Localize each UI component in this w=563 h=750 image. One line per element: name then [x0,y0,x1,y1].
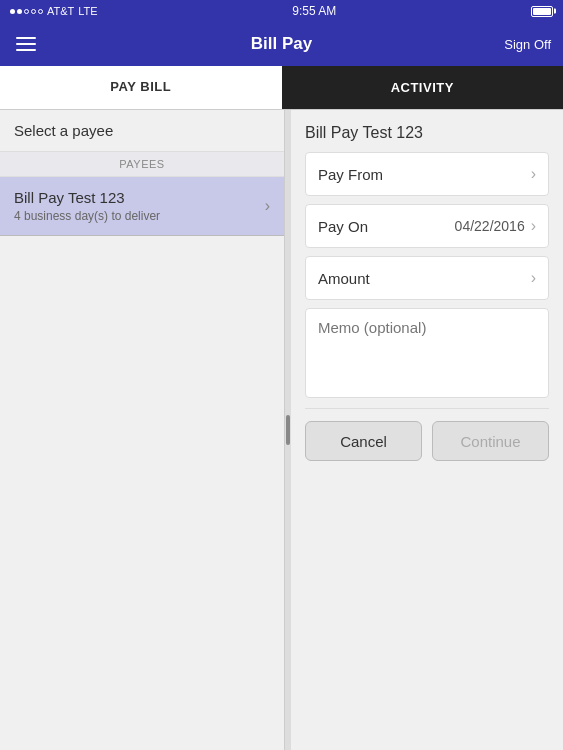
pay-on-chevron-icon: › [531,217,536,235]
battery-fill [533,8,551,15]
amount-chevron-icon: › [531,269,536,287]
nav-title: Bill Pay [251,34,312,54]
payee-chevron-icon: › [265,197,270,215]
amount-label: Amount [318,270,370,287]
pay-from-chevron-icon: › [531,165,536,183]
pay-from-row[interactable]: Pay From › [305,152,549,196]
signal-dot-5 [38,9,43,14]
network-type-label: LTE [78,5,97,17]
tab-activity[interactable]: ACTIVITY [282,66,564,109]
signal-dots [10,9,43,14]
pay-on-value: 04/22/2016 [455,218,525,234]
nav-bar: Bill Pay Sign Off [0,22,563,66]
payee-item-content: Bill Pay Test 123 4 business day(s) to d… [14,189,160,223]
signal-dot-4 [31,9,36,14]
carrier-label: AT&T [47,5,74,17]
select-payee-header: Select a payee [0,110,284,152]
amount-row[interactable]: Amount › [305,256,549,300]
hamburger-icon [16,43,36,45]
payee-name: Bill Pay Test 123 [14,189,160,206]
memo-field[interactable] [305,308,549,398]
cancel-button[interactable]: Cancel [305,421,422,461]
hamburger-icon [16,49,36,51]
pay-from-label: Pay From [318,166,383,183]
signal-dot-2 [17,9,22,14]
divider-line [305,408,549,409]
pay-on-label: Pay On [318,218,368,235]
status-right [531,6,553,17]
signal-dot-1 [10,9,15,14]
battery-icon [531,6,553,17]
main-container: Select a payee PAYEES Bill Pay Test 123 … [0,110,563,750]
hamburger-icon [16,37,36,39]
menu-button[interactable] [12,33,40,55]
left-panel: Select a payee PAYEES Bill Pay Test 123 … [0,110,285,750]
payees-section-label: PAYEES [0,152,284,177]
pay-on-value-container: 04/22/2016 › [455,217,536,235]
payee-item[interactable]: Bill Pay Test 123 4 business day(s) to d… [0,177,284,236]
button-row: Cancel Continue [305,421,549,461]
payee-subtitle: 4 business day(s) to deliver [14,209,160,223]
right-panel-title: Bill Pay Test 123 [305,124,549,142]
right-panel: Bill Pay Test 123 Pay From › Pay On 04/2… [291,110,563,750]
status-left: AT&T LTE [10,5,98,17]
scroll-handle [286,415,290,445]
tab-bar: PAY BILL ACTIVITY [0,66,563,110]
pay-on-row[interactable]: Pay On 04/22/2016 › [305,204,549,248]
tab-pay-bill[interactable]: PAY BILL [0,66,282,109]
status-bar: AT&T LTE 9:55 AM [0,0,563,22]
status-time: 9:55 AM [292,4,336,18]
continue-button[interactable]: Continue [432,421,549,461]
select-payee-label: Select a payee [14,122,113,139]
signal-dot-3 [24,9,29,14]
sign-off-button[interactable]: Sign Off [504,37,551,52]
